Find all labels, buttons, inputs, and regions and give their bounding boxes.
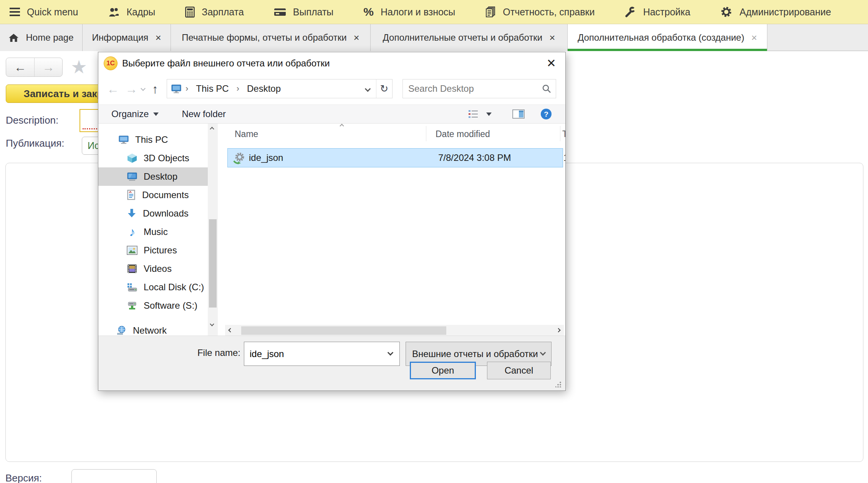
menu-item-kadry[interactable]: Кадры (108, 7, 155, 18)
tab-close-icon[interactable]: × (155, 33, 161, 43)
preview-pane-button[interactable] (512, 109, 525, 119)
menu-label: Настройка (643, 7, 690, 18)
file-name-input[interactable] (244, 342, 399, 366)
new-folder-button[interactable]: New folder (182, 109, 226, 119)
svg-text:?: ? (544, 110, 548, 118)
dialog-close-icon[interactable]: ✕ (544, 56, 558, 70)
help-button[interactable]: ? (540, 108, 552, 120)
menu-item-administrirovanie[interactable]: Администрирование (720, 6, 831, 18)
sidebar-item-local-disk-c[interactable]: Local Disk (C:) (98, 278, 208, 296)
breadcrumb-desktop[interactable]: Desktop (243, 83, 285, 94)
tab-close-icon[interactable]: × (549, 33, 555, 43)
sidebar-item-pictures[interactable]: Pictures (98, 241, 208, 260)
dialog-content: This PC 3D Objects Desktop Documents Dow… (98, 124, 565, 336)
column-date-modified[interactable]: Date modified (436, 129, 490, 139)
places-sidebar: This PC 3D Objects Desktop Documents Dow… (98, 124, 208, 336)
sidebar-item-this-pc[interactable]: This PC (98, 131, 208, 149)
tab-dop-obrabotka-active[interactable]: Дополнительная обработка (создание) × (568, 24, 767, 51)
menu-label: Зарплата (202, 7, 244, 18)
sidebar-item-desktop[interactable]: Desktop (98, 167, 208, 186)
menu-label: Отчетность, справки (503, 7, 595, 18)
nav-up-icon[interactable]: ↑ (152, 83, 158, 95)
version-label: Версия: (5, 472, 42, 483)
menu-item-quick-menu[interactable]: Quick menu (10, 7, 78, 18)
sidebar-label: Software (S:) (144, 300, 197, 311)
sidebar-item-network[interactable]: Network (98, 321, 208, 336)
menu-item-nastroyka[interactable]: Настройка (624, 6, 690, 18)
open-button[interactable]: Open (410, 362, 476, 379)
column-divider[interactable] (560, 126, 560, 141)
cancel-button[interactable]: Cancel (487, 362, 551, 379)
view-list-button[interactable] (468, 109, 479, 119)
tab-close-icon[interactable]: × (354, 33, 359, 43)
scrollbar-thumb[interactable] (209, 219, 217, 308)
column-divider[interactable] (426, 126, 426, 141)
scroll-right-icon[interactable] (556, 328, 560, 332)
tab-label: Дополнительная обработка (создание) (578, 32, 744, 43)
breadcrumb-separator: › (182, 84, 192, 94)
nav-forward-icon[interactable]: → (125, 83, 137, 95)
bank-card-icon (274, 7, 286, 17)
tab-informaciya[interactable]: Информация × (83, 24, 171, 51)
organize-button[interactable]: Organize (111, 109, 159, 119)
scroll-left-icon[interactable] (228, 328, 232, 332)
report-pages-icon (485, 6, 496, 18)
file-name-cell: ide_json (249, 152, 283, 163)
address-bar[interactable]: › This PC › Desktop ↻ (167, 79, 393, 98)
network-icon (116, 326, 127, 336)
sidebar-item-3d-objects[interactable]: 3D Objects (98, 149, 208, 167)
file-date-cell: 7/8/2024 3:08 PM (438, 152, 511, 163)
view-dropdown-chevron-icon[interactable] (486, 112, 492, 116)
address-dropdown-chevron-icon[interactable] (365, 86, 371, 92)
resize-grip[interactable] (555, 381, 562, 387)
scroll-down-icon[interactable] (210, 322, 214, 326)
search-input[interactable] (403, 79, 556, 98)
breadcrumb-this-pc[interactable]: This PC (192, 83, 232, 94)
tab-close-icon[interactable]: × (751, 33, 757, 43)
tab-pechatnye-formy[interactable]: Печатные формы, отчеты и обработки × (171, 24, 371, 51)
favorite-star-icon[interactable]: ★ (71, 56, 87, 78)
nav-back-icon[interactable]: ← (107, 83, 119, 95)
home-icon (8, 33, 19, 43)
forward-button[interactable]: → (34, 58, 62, 76)
sidebar-label: Downloads (143, 208, 189, 219)
sidebar-item-music[interactable]: ♪ Music (98, 223, 208, 241)
menu-item-zarplata[interactable]: Зарплата (185, 7, 244, 18)
tab-label: Печатные формы, отчеты и обработки (182, 32, 346, 43)
back-button[interactable]: ← (6, 58, 34, 76)
publication-value: Ис (88, 140, 99, 151)
menu-item-vyplaty[interactable]: Выплаты (274, 7, 334, 18)
column-type-clipped[interactable]: T (562, 129, 565, 139)
sidebar-label: Network (133, 325, 167, 336)
software-disk-icon (127, 301, 137, 311)
scrollbar-thumb[interactable] (241, 326, 446, 335)
form-nav-buttons: ← → (6, 58, 63, 77)
organize-label: Organize (111, 109, 149, 119)
menu-item-otchetnost[interactable]: Отчетность, справки (485, 6, 595, 18)
desktop-icon (127, 172, 137, 182)
sidebar-scrollbar[interactable] (208, 124, 218, 336)
sidebar-item-documents[interactable]: Documents (98, 186, 208, 204)
menu-label: Выплаты (293, 7, 334, 18)
file-list: Name Date modified T ide_json 7/8/2024 3… (225, 124, 564, 325)
scroll-up-icon[interactable] (210, 127, 214, 131)
description-label: Description: (6, 114, 58, 126)
sidebar-item-downloads[interactable]: Downloads (98, 204, 208, 223)
external-processing-gear-icon (232, 151, 246, 165)
refresh-icon[interactable]: ↻ (376, 79, 392, 98)
publication-label: Публикация: (6, 137, 65, 149)
dialog-footer: File name: Внешние отчеты и обработки Op… (98, 336, 565, 390)
menu-item-nalogi[interactable]: % Налоги и взносы (363, 5, 455, 18)
file-row-selected[interactable]: ide_json 7/8/2024 3:08 PM 1 (227, 148, 563, 167)
nav-history-chevron-icon[interactable] (141, 86, 146, 91)
dialog-title: Выберите файл внешнего отчета или обрабо… (122, 58, 544, 69)
sidebar-item-software-s[interactable]: Software (S:) (98, 296, 208, 315)
version-field[interactable] (71, 469, 157, 483)
column-name[interactable]: Name (235, 129, 258, 139)
horizontal-scrollbar[interactable] (225, 325, 564, 336)
tab-home-page[interactable]: Home page (0, 24, 83, 51)
search-box (403, 79, 556, 98)
wrench-icon (624, 6, 636, 18)
sidebar-item-videos[interactable]: Videos (98, 260, 208, 278)
tab-dop-otchety[interactable]: Дополнительные отчеты и обработки × (371, 24, 568, 51)
